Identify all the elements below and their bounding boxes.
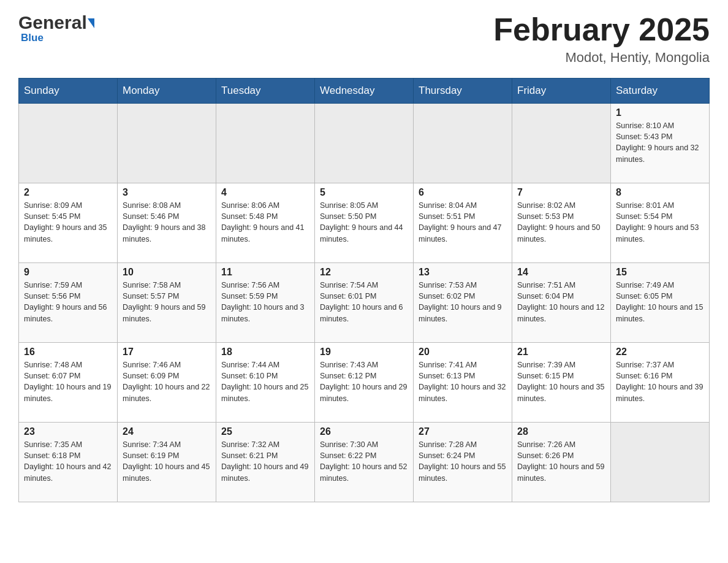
day-info: Sunrise: 7:48 AMSunset: 6:07 PMDaylight:… [24, 359, 112, 404]
day-number: 13 [419, 267, 507, 278]
calendar-cell: 25Sunrise: 7:32 AMSunset: 6:21 PMDayligh… [216, 423, 315, 502]
day-info: Sunrise: 7:58 AMSunset: 5:57 PMDaylight:… [123, 280, 211, 324]
calendar-subtitle: Modot, Hentiy, Mongolia [493, 50, 710, 66]
calendar-cell: 17Sunrise: 7:46 AMSunset: 6:09 PMDayligh… [118, 343, 216, 423]
day-info: Sunrise: 7:59 AMSunset: 5:56 PMDaylight:… [24, 280, 112, 324]
calendar-cell [414, 104, 512, 183]
day-info: Sunrise: 7:54 AMSunset: 6:01 PMDaylight:… [320, 280, 408, 324]
day-info: Sunrise: 7:49 AMSunset: 6:05 PMDaylight:… [616, 280, 704, 324]
day-number: 21 [517, 347, 605, 358]
calendar-cell [216, 104, 315, 183]
calendar-cell [611, 423, 710, 502]
day-info: Sunrise: 7:46 AMSunset: 6:09 PMDaylight:… [123, 359, 211, 404]
calendar-cell: 26Sunrise: 7:30 AMSunset: 6:22 PMDayligh… [315, 423, 414, 502]
calendar-cell: 9Sunrise: 7:59 AMSunset: 5:56 PMDaylight… [19, 263, 118, 343]
calendar-cell: 4Sunrise: 8:06 AMSunset: 5:48 PMDaylight… [216, 183, 315, 263]
calendar-cell: 20Sunrise: 7:41 AMSunset: 6:13 PMDayligh… [414, 343, 512, 423]
calendar-cell: 7Sunrise: 8:02 AMSunset: 5:53 PMDaylight… [512, 183, 611, 263]
calendar-cell: 24Sunrise: 7:34 AMSunset: 6:19 PMDayligh… [118, 423, 216, 502]
calendar-cell: 3Sunrise: 8:08 AMSunset: 5:46 PMDaylight… [118, 183, 216, 263]
day-number: 6 [419, 187, 507, 198]
calendar-week-row: 1Sunrise: 8:10 AMSunset: 5:43 PMDaylight… [19, 104, 710, 183]
day-number: 11 [221, 267, 309, 278]
calendar-cell: 11Sunrise: 7:56 AMSunset: 5:59 PMDayligh… [216, 263, 315, 343]
day-info: Sunrise: 7:28 AMSunset: 6:24 PMDaylight:… [419, 439, 507, 484]
weekday-header-sunday: Sunday [19, 79, 118, 104]
day-number: 15 [616, 267, 704, 278]
day-number: 7 [517, 187, 605, 198]
day-info: Sunrise: 8:06 AMSunset: 5:48 PMDaylight:… [221, 200, 309, 245]
weekday-header-saturday: Saturday [611, 79, 710, 104]
day-info: Sunrise: 7:41 AMSunset: 6:13 PMDaylight:… [419, 359, 507, 404]
logo-brand-text: General [18, 12, 87, 33]
day-number: 10 [123, 267, 211, 278]
calendar-cell: 6Sunrise: 8:04 AMSunset: 5:51 PMDaylight… [414, 183, 512, 263]
day-info: Sunrise: 8:02 AMSunset: 5:53 PMDaylight:… [517, 200, 605, 245]
title-area: February 2025 Modot, Hentiy, Mongolia [493, 12, 710, 66]
calendar-week-row: 16Sunrise: 7:48 AMSunset: 6:07 PMDayligh… [19, 343, 710, 423]
day-info: Sunrise: 8:05 AMSunset: 5:50 PMDaylight:… [320, 200, 408, 245]
day-number: 28 [517, 426, 605, 437]
calendar-cell: 13Sunrise: 7:53 AMSunset: 6:02 PMDayligh… [414, 263, 512, 343]
day-number: 26 [320, 426, 408, 437]
calendar-cell: 15Sunrise: 7:49 AMSunset: 6:05 PMDayligh… [611, 263, 710, 343]
day-info: Sunrise: 7:56 AMSunset: 5:59 PMDaylight:… [221, 280, 309, 324]
weekday-header-row: SundayMondayTuesdayWednesdayThursdayFrid… [19, 79, 710, 104]
day-number: 12 [320, 267, 408, 278]
day-info: Sunrise: 7:44 AMSunset: 6:10 PMDaylight:… [221, 359, 309, 404]
calendar-cell: 22Sunrise: 7:37 AMSunset: 6:16 PMDayligh… [611, 343, 710, 423]
logo-accent-text: Blue [21, 32, 44, 44]
calendar-cell [19, 104, 118, 183]
day-number: 16 [24, 347, 112, 358]
day-number: 2 [24, 187, 112, 198]
day-info: Sunrise: 8:10 AMSunset: 5:43 PMDaylight:… [616, 120, 704, 165]
calendar-cell [118, 104, 216, 183]
day-number: 9 [24, 267, 112, 278]
calendar-cell: 16Sunrise: 7:48 AMSunset: 6:07 PMDayligh… [19, 343, 118, 423]
calendar-cell: 5Sunrise: 8:05 AMSunset: 5:50 PMDaylight… [315, 183, 414, 263]
weekday-header-friday: Friday [512, 79, 611, 104]
day-number: 4 [221, 187, 309, 198]
day-info: Sunrise: 7:53 AMSunset: 6:02 PMDaylight:… [419, 280, 507, 324]
day-number: 27 [419, 426, 507, 437]
day-info: Sunrise: 7:26 AMSunset: 6:26 PMDaylight:… [517, 439, 605, 484]
calendar-title: February 2025 [493, 12, 710, 47]
calendar-cell: 10Sunrise: 7:58 AMSunset: 5:57 PMDayligh… [118, 263, 216, 343]
weekday-header-thursday: Thursday [414, 79, 512, 104]
logo-triangle-icon [88, 18, 94, 28]
day-info: Sunrise: 7:34 AMSunset: 6:19 PMDaylight:… [123, 439, 211, 484]
calendar-cell: 1Sunrise: 8:10 AMSunset: 5:43 PMDaylight… [611, 104, 710, 183]
day-info: Sunrise: 8:08 AMSunset: 5:46 PMDaylight:… [123, 200, 211, 245]
day-info: Sunrise: 7:37 AMSunset: 6:16 PMDaylight:… [616, 359, 704, 404]
calendar-week-row: 23Sunrise: 7:35 AMSunset: 6:18 PMDayligh… [19, 423, 710, 502]
calendar-cell: 8Sunrise: 8:01 AMSunset: 5:54 PMDaylight… [611, 183, 710, 263]
day-number: 17 [123, 347, 211, 358]
day-number: 22 [616, 347, 704, 358]
day-number: 14 [517, 267, 605, 278]
calendar-cell: 19Sunrise: 7:43 AMSunset: 6:12 PMDayligh… [315, 343, 414, 423]
day-number: 19 [320, 347, 408, 358]
calendar-cell: 23Sunrise: 7:35 AMSunset: 6:18 PMDayligh… [19, 423, 118, 502]
day-info: Sunrise: 7:35 AMSunset: 6:18 PMDaylight:… [24, 439, 112, 484]
day-number: 3 [123, 187, 211, 198]
day-info: Sunrise: 7:43 AMSunset: 6:12 PMDaylight:… [320, 359, 408, 404]
weekday-header-monday: Monday [118, 79, 216, 104]
day-number: 1 [616, 107, 704, 118]
day-info: Sunrise: 8:04 AMSunset: 5:51 PMDaylight:… [419, 200, 507, 245]
day-info: Sunrise: 8:01 AMSunset: 5:54 PMDaylight:… [616, 200, 704, 245]
weekday-header-tuesday: Tuesday [216, 79, 315, 104]
calendar-cell: 27Sunrise: 7:28 AMSunset: 6:24 PMDayligh… [414, 423, 512, 502]
day-info: Sunrise: 8:09 AMSunset: 5:45 PMDaylight:… [24, 200, 112, 245]
day-number: 20 [419, 347, 507, 358]
day-number: 8 [616, 187, 704, 198]
calendar-cell: 2Sunrise: 8:09 AMSunset: 5:45 PMDaylight… [19, 183, 118, 263]
calendar-cell [315, 104, 414, 183]
calendar-week-row: 2Sunrise: 8:09 AMSunset: 5:45 PMDaylight… [19, 183, 710, 263]
day-number: 18 [221, 347, 309, 358]
calendar-cell: 18Sunrise: 7:44 AMSunset: 6:10 PMDayligh… [216, 343, 315, 423]
day-number: 23 [24, 426, 112, 437]
calendar-week-row: 9Sunrise: 7:59 AMSunset: 5:56 PMDaylight… [19, 263, 710, 343]
day-number: 5 [320, 187, 408, 198]
day-number: 24 [123, 426, 211, 437]
day-info: Sunrise: 7:51 AMSunset: 6:04 PMDaylight:… [517, 280, 605, 324]
